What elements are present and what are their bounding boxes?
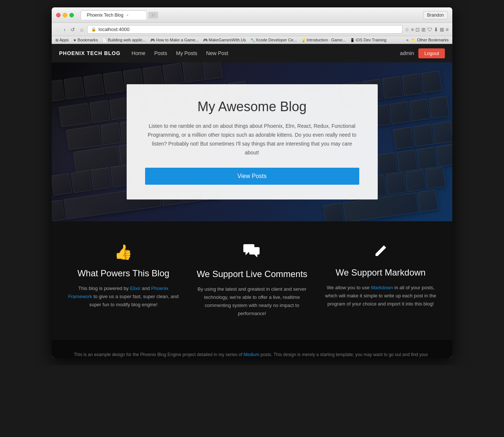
feature-markdown: We Support Markdown We allow you to use … <box>324 243 438 318</box>
xcode-icon: 🔧 <box>250 38 255 42</box>
screen-icon[interactable]: ⊠ <box>440 27 444 33</box>
website: PHOENIX TECH BLOG Home Posts My Posts Ne… <box>52 44 452 358</box>
intro-icon: 💡 <box>301 38 306 42</box>
bookmark-more[interactable]: » <box>406 38 408 42</box>
bookmark-game-label: How to Make a Game... <box>156 38 199 42</box>
toolbar-icons: ☆ ≡ ⊡ ⊞ 🛡 ⬇ ⊠ ≡ <box>405 27 449 33</box>
bookmark-bookmarks[interactable]: ★ Bookmarks <box>73 38 98 42</box>
bookmark-building-label: Building web applic... <box>108 38 146 42</box>
ios-icon: 📱 <box>350 38 354 42</box>
bookmark-other-label: Other Bookmarks <box>417 38 449 42</box>
bookmark-apps-label: Apps <box>59 38 69 42</box>
address-bar[interactable]: 🔒 localhost:4000 <box>87 25 402 34</box>
view-posts-button[interactable]: View Posts <box>145 168 359 185</box>
hero-card: My Awesome Blog Listen to me ramble on a… <box>127 84 378 199</box>
traffic-lights <box>56 13 74 17</box>
bookmark-apps[interactable]: ⊞ Apps <box>55 38 69 42</box>
apps-icon: ⊞ <box>55 38 58 42</box>
bookmark-bookmarks-label: Bookmarks <box>78 38 98 42</box>
nav-right: admin Logout <box>400 48 445 58</box>
bookmark-other[interactable]: 📁 Other Bookmarks <box>411 38 449 42</box>
medium-link[interactable]: Medium <box>244 352 260 357</box>
bookmark-building[interactable]: 📄 Building web applic... <box>102 38 146 42</box>
back-button[interactable]: ‹ <box>55 26 60 33</box>
bookmark-game[interactable]: 🎮 How to Make a Game... <box>150 38 199 42</box>
forward-button[interactable]: › <box>62 26 67 33</box>
svg-rect-2 <box>249 247 260 255</box>
thumbsup-icon: 👍 <box>66 243 180 261</box>
feature-markdown-title: We Support Markdown <box>324 267 438 278</box>
nav-new-post[interactable]: New Post <box>206 50 228 56</box>
star-icon[interactable]: ☆ <box>405 27 409 33</box>
bookmark-ios[interactable]: 📱 iOS Dev Training <box>350 38 386 42</box>
site-nav: PHOENIX TECH BLOG Home Posts My Posts Ne… <box>52 44 452 62</box>
hero-description: Listen to me ramble on and on about thin… <box>145 122 359 157</box>
browser-content: PHOENIX TECH BLOG Home Posts My Posts Ne… <box>52 44 452 358</box>
nav-user: admin <box>400 50 414 56</box>
footer-text-before: This is an example design for the Phoeni… <box>74 352 244 357</box>
makegames-icon: 🎮 <box>203 38 208 42</box>
download-icon[interactable]: ⬇ <box>434 27 438 33</box>
features-section: 👍 What Powers This Blog This blog is pow… <box>52 221 452 340</box>
elixir-link[interactable]: Elixir <box>130 286 140 291</box>
markdown-link[interactable]: Markdown <box>371 285 393 290</box>
logout-button[interactable]: Logout <box>418 48 445 58</box>
feature-powers-text-after: to give us a super fast, super clean, an… <box>89 294 179 307</box>
building-icon: 📄 <box>102 38 107 42</box>
bookmarks-bar: ⊞ Apps ★ Bookmarks 📄 Building web applic… <box>52 36 452 44</box>
nav-links: Home Posts My Posts New Post <box>131 50 400 56</box>
site-footer: This is an example design for the Phoeni… <box>52 340 452 358</box>
minimize-button[interactable] <box>63 13 67 17</box>
more-bookmarks-icon: » <box>406 38 408 42</box>
bookmark-makegames-label: MakeGamesWith.Us <box>209 38 246 42</box>
tab-bar: Phoenix Tech Blog × □ <box>80 10 419 20</box>
pencil-icon <box>324 243 438 260</box>
maximize-button[interactable] <box>69 13 74 17</box>
nav-posts[interactable]: Posts <box>154 50 167 56</box>
bookmark-intro[interactable]: 💡 Introduction · Game... <box>301 38 346 42</box>
close-button[interactable] <box>56 13 61 17</box>
hero-section: My Awesome Blog Listen to me ramble on a… <box>52 62 452 221</box>
feature-comments-title: We Support Live Comments <box>195 269 309 279</box>
extensions-icon[interactable]: ⊞ <box>421 27 426 33</box>
browser-window: Phoenix Tech Blog × □ Brandon ‹ › ↺ ⌂ 🔒 … <box>52 7 452 358</box>
new-tab-button[interactable]: □ <box>148 12 158 18</box>
refresh-button[interactable]: ↺ <box>69 26 76 33</box>
feature-powers: 👍 What Powers This Blog This blog is pow… <box>66 243 180 318</box>
feature-markdown-text: We allow you to use Markdown in all of y… <box>324 284 438 308</box>
reader-icon[interactable]: ≡ <box>411 27 414 33</box>
user-menu-button[interactable]: Brandon <box>423 11 448 19</box>
feature-powers-text-before: This blog is powered by <box>78 286 130 291</box>
svg-marker-1 <box>246 252 248 255</box>
bookmark-xcode-label: Xcode Developer Ce... <box>256 38 297 42</box>
feature-markdown-text-before: We allow you to use <box>327 285 371 290</box>
browser-toolbar: ‹ › ↺ ⌂ 🔒 localhost:4000 ☆ ≡ ⊡ ⊞ 🛡 ⬇ ⊠ ≡ <box>52 23 452 36</box>
browser-titlebar: Phoenix Tech Blog × □ Brandon <box>52 7 452 23</box>
url-text: localhost:4000 <box>99 27 130 32</box>
bookmark-ios-label: iOS Dev Training <box>356 38 386 42</box>
hero-title: My Awesome Blog <box>145 99 359 115</box>
nav-home[interactable]: Home <box>131 50 145 56</box>
feature-powers-text-between: and <box>140 286 151 291</box>
comments-icon <box>195 243 309 262</box>
bookmark-xcode[interactable]: 🔧 Xcode Developer Ce... <box>250 38 297 42</box>
feature-comments: We Support Live Comments By using the la… <box>195 243 309 318</box>
lock-icon: 🔒 <box>91 27 96 32</box>
site-brand: PHOENIX TECH BLOG <box>59 50 120 56</box>
feature-powers-text: This blog is powered by Elixir and Phoen… <box>66 284 180 309</box>
bookmark-intro-label: Introduction · Game... <box>307 38 346 42</box>
airplay-icon[interactable]: ⊡ <box>415 27 420 33</box>
tab-close-button[interactable]: × <box>126 13 128 17</box>
shield-icon[interactable]: 🛡 <box>427 27 432 33</box>
svg-marker-3 <box>254 255 257 257</box>
bookmarks-icon: ★ <box>73 38 76 42</box>
home-button[interactable]: ⌂ <box>79 26 85 33</box>
tab-title: Phoenix Tech Blog <box>87 13 123 18</box>
active-tab[interactable]: Phoenix Tech Blog × <box>80 10 147 20</box>
bookmark-makegames[interactable]: 🎮 MakeGamesWith.Us <box>203 38 246 42</box>
feature-powers-title: What Powers This Blog <box>66 268 180 279</box>
menu-icon[interactable]: ≡ <box>446 27 449 33</box>
nav-my-posts[interactable]: My Posts <box>176 50 198 56</box>
folder-icon: 📁 <box>411 38 416 42</box>
game-icon: 🎮 <box>150 38 155 42</box>
